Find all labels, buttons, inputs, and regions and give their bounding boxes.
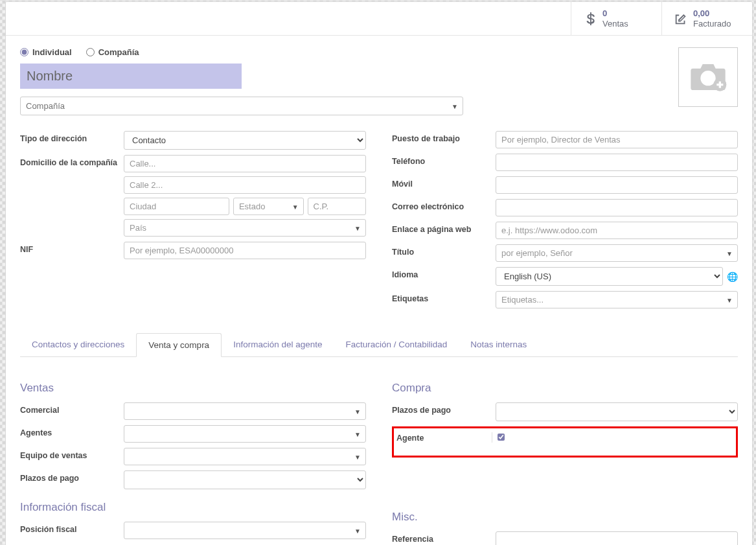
tags-input[interactable] [496,291,738,308]
email-label: Correo electrónico [392,199,496,211]
stat-buttons-row: 0 Ventas 0,00 Facturado [6,2,752,36]
globe-icon[interactable]: 🌐 [727,272,738,282]
tab-accounting[interactable]: Facturación / Contabilidad [334,333,459,357]
street-input[interactable] [124,155,366,172]
agent-checkbox-label: Agente [396,432,492,443]
address-type-select[interactable]: Contacto [124,131,366,150]
nif-label: NIF [20,242,124,254]
salesperson-input[interactable] [124,402,366,420]
radio-individual[interactable]: Individual [20,47,72,57]
fiscal-position-label: Posición fiscal [20,522,124,534]
phone-input[interactable] [496,154,738,171]
name-input[interactable] [20,64,242,89]
sales-team-input[interactable] [124,448,366,465]
purchase-section-heading: Compra [392,382,738,395]
job-label: Puesto de trabajo [392,131,496,143]
website-input[interactable] [496,222,738,239]
fiscal-position-input[interactable] [124,522,366,539]
sales-team-label: Equipo de ventas [20,448,124,460]
purchase-payment-terms-label: Plazos de pago [392,402,496,415]
payment-terms-select[interactable] [124,470,366,489]
title-input[interactable] [496,244,738,262]
city-input[interactable] [124,198,229,215]
company-select[interactable] [20,97,463,115]
language-label: Idioma [392,267,496,279]
website-label: Enlace a página web [392,222,496,234]
tab-contacts[interactable]: Contactos y direcciones [20,333,136,357]
invoiced-stat-button[interactable]: 0,00 Facturado [661,2,752,35]
tab-agent-info[interactable]: Información del agente [222,333,334,357]
salesperson-label: Comercial [20,402,124,415]
pencil-note-icon [674,12,688,26]
agent-checkbox[interactable] [498,434,505,441]
state-input[interactable] [233,198,304,215]
nif-input[interactable] [124,242,366,259]
sales-stat-button[interactable]: 0 Ventas [571,2,661,35]
street2-input[interactable] [124,176,366,194]
image-upload-box[interactable] [678,47,738,107]
reference-input[interactable] [496,531,738,545]
payment-terms-label: Plazos de pago [20,470,124,483]
tab-sale-purchase[interactable]: Venta y compra [136,333,222,357]
fiscal-section-heading: Información fiscal [20,501,366,514]
reference-label: Referencia [392,531,496,544]
mobile-input[interactable] [496,176,738,194]
zip-input[interactable] [308,198,366,215]
agents-label: Agentes [20,425,124,437]
email-input[interactable] [496,199,738,216]
title-label: Título [392,244,496,257]
company-address-label: Domicilio de la compañía [20,155,124,167]
tab-notes[interactable]: Notas internas [459,333,538,357]
misc-section-heading: Misc. [392,511,738,524]
sales-stat-label: Ventas [602,19,628,29]
country-input[interactable] [124,219,366,237]
invoiced-stat-label: Facturado [693,19,731,29]
tabs-row: Contactos y direcciones Venta y compra I… [20,333,738,357]
invoiced-stat-value: 0,00 [693,8,731,19]
mobile-label: Móvil [392,176,496,189]
agents-input[interactable] [124,425,366,443]
agent-highlight-box: Agente [392,426,738,458]
contact-type-radios: Individual Compañía [20,47,665,57]
phone-label: Teléfono [392,154,496,166]
address-type-label: Tipo de dirección [20,131,124,143]
radio-company[interactable]: Compañía [86,47,139,57]
purchase-payment-terms-select[interactable] [496,402,738,421]
camera-plus-icon [689,61,727,93]
sales-section-heading: Ventas [20,382,366,395]
tags-label: Etiquetas [392,291,496,303]
language-select[interactable]: English (US) [496,267,723,286]
job-input[interactable] [496,131,738,148]
dollar-icon [583,12,597,26]
form-sheet: 0 Ventas 0,00 Facturado Individu [5,1,753,545]
sales-stat-value: 0 [602,8,628,19]
